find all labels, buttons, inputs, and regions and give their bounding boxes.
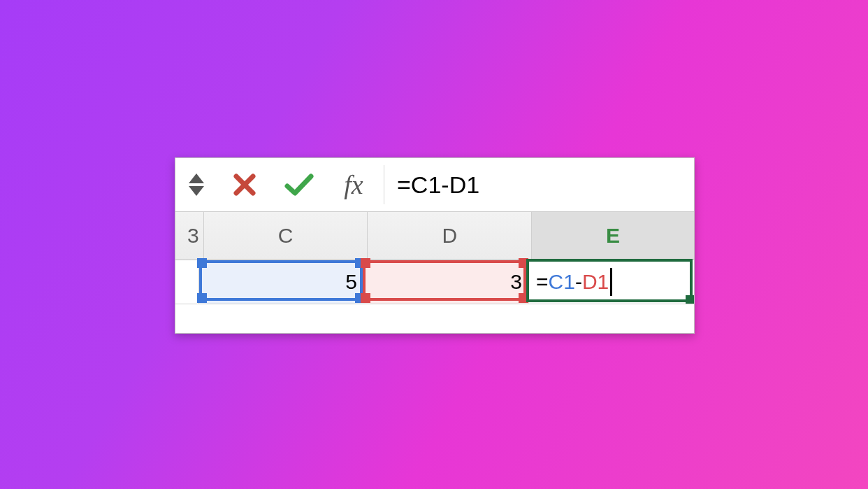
cell-e1[interactable]: = C1 - D1	[529, 260, 693, 304]
fx-label: fx	[344, 169, 363, 200]
formula-bar: fx =C1-D1	[175, 158, 694, 212]
cell-e1-eq: =	[536, 270, 549, 294]
cell-b1-fragment[interactable]	[175, 260, 199, 304]
column-header-d[interactable]: D	[368, 212, 532, 260]
column-headers: 3 C D E	[175, 212, 694, 260]
row-1: 5 3 = C1 - D1	[175, 260, 694, 304]
svg-marker-1	[189, 186, 204, 196]
check-icon	[283, 171, 315, 199]
gradient-background: fx =C1-D1 3 C D E 5 3 = C1 - D1	[0, 0, 868, 489]
fx-button[interactable]: fx	[326, 158, 381, 211]
chevron-up-icon	[189, 173, 204, 183]
grid-area: 5 3 = C1 - D1	[175, 260, 694, 330]
spreadsheet-panel: fx =C1-D1 3 C D E 5 3 = C1 - D1	[175, 157, 695, 334]
column-header-c[interactable]: C	[204, 212, 368, 260]
cell-d1[interactable]: 3	[364, 260, 529, 304]
separator	[384, 165, 384, 204]
stepper-control[interactable]	[175, 168, 217, 201]
accept-button[interactable]	[272, 158, 326, 211]
column-header-e[interactable]: E	[532, 212, 694, 260]
text-cursor	[610, 268, 612, 296]
close-icon	[231, 171, 259, 199]
cell-e1-dash: -	[575, 270, 582, 294]
formula-input[interactable]: =C1-D1	[391, 169, 694, 201]
cell-e1-ref2: D1	[582, 270, 609, 294]
column-header-b-partial[interactable]: 3	[175, 212, 204, 260]
cell-c1[interactable]: 5	[199, 260, 364, 304]
chevron-down-icon	[189, 186, 204, 196]
cancel-button[interactable]	[217, 158, 272, 211]
cell-e1-ref1: C1	[549, 270, 575, 294]
svg-marker-0	[189, 173, 204, 183]
